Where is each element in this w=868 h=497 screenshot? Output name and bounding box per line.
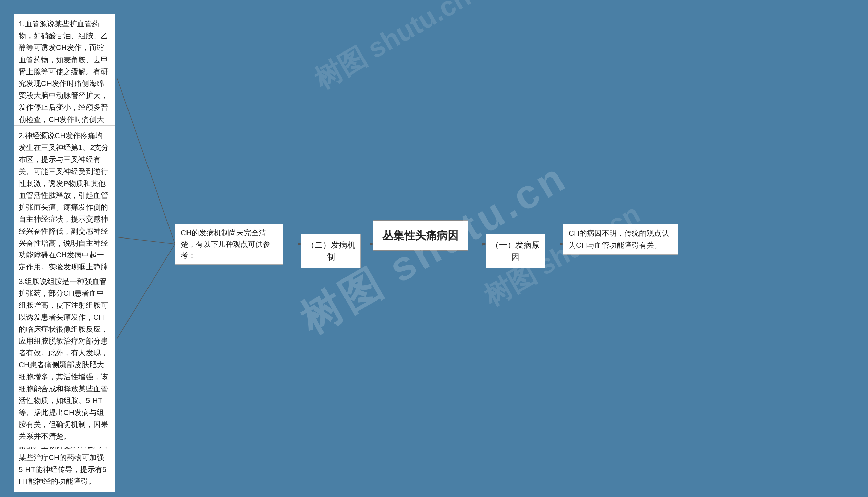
fabing-yuanyin-label-text: （一）发病原因 — [491, 240, 540, 261]
svg-line-0 — [117, 78, 175, 244]
text-box-3-content: 3.组胺说组胺是一种强血管扩张药，部分CH患者血中组胺增高，皮下注射组胺可以诱发… — [19, 277, 108, 440]
svg-line-1 — [117, 237, 175, 244]
watermark-text-topleft: 树图 shutu.cn — [308, 0, 478, 98]
fabing-yuanyin-label-box: （一）发病原因 — [485, 234, 545, 268]
center-title-text: 丛集性头痛病因 — [383, 229, 458, 242]
fabing-jizhi-label-text: （二）发病机制 — [306, 240, 355, 261]
center-title-box: 丛集性头痛病因 — [373, 220, 468, 251]
text-box-histamine: 3.组胺说组胺是一种强血管扩张药，部分CH患者血中组胺增高，皮下注射组胺可以诱发… — [14, 271, 115, 447]
fabing-jizhi-description-box: CH的发病机制尚未完全清楚，有以下几种观点可供参考： — [175, 224, 284, 265]
svg-line-2 — [117, 244, 175, 339]
fabing-jizhi-description-text: CH的发病机制尚未完全清楚，有以下几种观点可供参考： — [181, 229, 270, 259]
fabing-yuanyin-text-box: CH的病因不明，传统的观点认为CH与血管功能障碍有关。 — [563, 224, 678, 255]
fabing-yuanyin-text-content: CH的病因不明，传统的观点认为CH与血管功能障碍有关。 — [569, 229, 669, 249]
fabing-jizhi-label-box: （二）发病机制 — [301, 234, 361, 268]
